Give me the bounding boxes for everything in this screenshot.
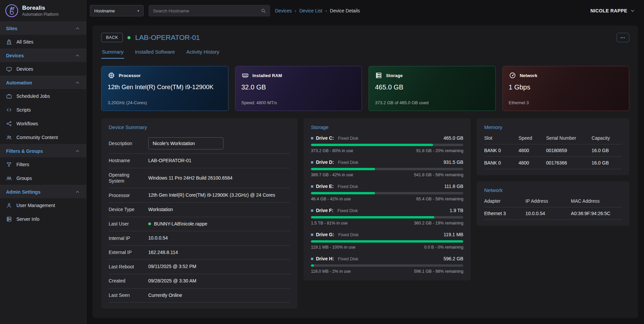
stat-card-network: Network 1 Gbps Ethernet 3: [502, 66, 630, 111]
sidebar-section-devices[interactable]: Devices: [0, 49, 86, 62]
device-details-panel: BACK LAB-OPERATOR-01 ••• Summary Install…: [93, 25, 638, 318]
stat-card-storage: Storage 465.0 GB 373.2 GB of 465.0 GB us…: [369, 66, 496, 111]
code-icon: [6, 107, 12, 113]
hostname-filter-value: Hostname: [94, 8, 115, 13]
row-value: 162.248.8.114: [148, 249, 290, 256]
cell-serial: 00176366: [546, 157, 591, 169]
dropdown-caret-icon: ▾: [137, 9, 139, 13]
stat-card-ram: Installed RAM 32.0 GB Speed: 4800 MT/s: [235, 66, 362, 111]
row-label: Internal IP: [109, 235, 148, 242]
tab-installed-software[interactable]: Installed Software: [134, 47, 175, 59]
stat-card-footer: 373.2 GB of 465.0 GB used: [375, 100, 489, 105]
cell-adapter: Ethernet 3: [484, 207, 525, 220]
stat-card-title: Processor: [119, 73, 141, 78]
stat-card-footer: Ethernet 3: [509, 100, 623, 105]
sidebar-item-label: Workflows: [16, 121, 38, 126]
workflow-icon: [6, 121, 12, 127]
breadcrumb-device-list[interactable]: Device List: [299, 8, 322, 13]
drive-size: 119.1 MB: [444, 232, 464, 237]
drive-bullet-icon: [311, 161, 313, 164]
drive-type: Fixed Disk: [338, 232, 359, 237]
tab-summary[interactable]: Summary: [101, 47, 124, 59]
drive-bullet-icon: [311, 258, 313, 260]
drive-row-g: Drive G: Fixed Disk 119.1 MB 119.1 MB - …: [311, 232, 464, 250]
drive-row-d: Drive D: Fixed Disk 931.5 GB 389.7 GB - …: [311, 159, 464, 177]
row-value: 12th Gen Intel(R) Core(TM) i9-12900K (3.…: [148, 192, 290, 199]
drive-size: 596.2 GB: [443, 256, 463, 261]
stat-card-footer: Speed: 4800 MT/s: [241, 100, 356, 105]
row-value: BUNNY-LAB\nicole.rappe: [154, 221, 207, 228]
cell-slot: BANK 0: [484, 157, 519, 169]
row-label: Created: [109, 278, 148, 284]
row-label: Last Reboot: [109, 264, 148, 270]
summary-row-last-user: Last User BUNNY-LAB\nicole.rappe: [109, 217, 290, 232]
tab-activity-history[interactable]: Activity History: [185, 47, 220, 59]
sidebar-item-community-content[interactable]: Community Content: [0, 130, 86, 144]
sidebar-item-label: Community Content: [16, 135, 58, 140]
drive-bullet-icon: [311, 234, 313, 236]
drive-row-h: Drive H: Fixed Disk 596.2 GB 116.0 MB - …: [311, 256, 464, 274]
topbar: Hostname ▾ Devices › Device List › Devic…: [87, 0, 644, 21]
section-label: Sites: [6, 26, 17, 31]
sidebar-item-label: Server Info: [16, 216, 39, 222]
drive-bullet-icon: [311, 137, 313, 139]
sidebar-item-user-management[interactable]: User Management: [0, 198, 86, 212]
drive-usage-bar: [311, 144, 464, 146]
sidebar-section-filters-groups[interactable]: Filters & Groups: [0, 144, 86, 157]
sidebar-section-automation[interactable]: Automation: [0, 76, 86, 89]
chevron-up-icon: [75, 53, 80, 58]
drive-remaining: 91.8 GB - 20% remaining: [416, 148, 463, 153]
sidebar-section-admin-settings[interactable]: Admin Settings: [0, 185, 86, 198]
sidebar-section-sites[interactable]: Sites: [0, 21, 86, 35]
user-menu[interactable]: NICOLE RAPPE: [590, 8, 635, 13]
sidebar-item-server-info[interactable]: Server Info: [0, 212, 86, 226]
description-input[interactable]: [148, 137, 223, 149]
sidebar-item-groups[interactable]: Groups: [0, 171, 86, 185]
chevron-down-icon: [630, 8, 635, 13]
drive-remaining: 0.0 B - 0% remaining: [424, 245, 464, 250]
breadcrumb: Devices › Device List › Device Details: [275, 8, 360, 13]
column-header: IP Address: [526, 195, 571, 207]
more-actions-button[interactable]: •••: [616, 33, 629, 42]
device-summary-panel: Device Summary Description Hostname LAB-…: [101, 118, 298, 309]
search-input[interactable]: [153, 8, 261, 13]
drive-used: 1.5 TB - 81% in use: [311, 221, 348, 225]
sidebar-item-all-sites[interactable]: All Sites: [0, 35, 86, 49]
breadcrumb-current: Device Details: [330, 8, 360, 13]
section-label: Devices: [6, 53, 24, 58]
stat-card-footer: 3.20GHz (24-Cores): [108, 100, 222, 105]
summary-row-hostname: Hostname LAB-OPERATOR-01: [109, 154, 290, 168]
row-label: Description: [109, 140, 148, 147]
drive-used: 116.0 MB - 2% in use: [311, 269, 351, 274]
sidebar-item-filters[interactable]: Filters: [0, 157, 86, 171]
search-icon[interactable]: [261, 8, 266, 14]
drive-name: Drive E:: [316, 184, 334, 189]
drive-remaining: 65.4 GB - 58% remaining: [416, 197, 463, 201]
breadcrumb-separator: ›: [325, 8, 327, 13]
brand-logo[interactable]: Borealis Automation Platform: [0, 0, 86, 21]
back-button[interactable]: BACK: [101, 33, 123, 42]
sidebar-item-scripts[interactable]: Scripts: [0, 103, 86, 117]
drive-size: 1.9 TB: [449, 208, 463, 213]
column-header: Capacity: [592, 132, 622, 144]
stat-card-title: Storage: [386, 73, 403, 78]
rabbit-logo-icon: [5, 4, 19, 18]
summary-row-device-type: Device Type Workstation: [109, 203, 290, 217]
column-header: Slot: [484, 132, 519, 144]
summary-row-internal-ip: Internal IP 10.0.0.54: [109, 231, 290, 246]
sidebar-item-workflows[interactable]: Workflows: [0, 117, 86, 130]
hostname-filter-select[interactable]: Hostname ▾: [90, 5, 144, 16]
right-column: Memory Slot Speed Serial Number Capacity: [477, 118, 629, 226]
row-label: Last Seen: [109, 292, 148, 299]
column-header: MAC Address: [571, 195, 622, 207]
stat-card-value: 32.0 GB: [241, 83, 356, 91]
drive-name: Drive C:: [316, 135, 334, 141]
section-label: Filters & Groups: [6, 148, 43, 154]
section-label: Admin Settings: [6, 189, 41, 195]
sidebar-item-devices[interactable]: Devices: [0, 62, 86, 76]
storage-panel: Storage Drive C: Fixed Disk 465.0 GB 373…: [304, 118, 471, 280]
sidebar-item-scheduled-jobs[interactable]: Scheduled Jobs: [0, 89, 86, 103]
breadcrumb-devices[interactable]: Devices: [275, 8, 292, 13]
row-label: Hostname: [109, 157, 148, 164]
summary-row-created: Created 09/28/2025 @ 3:30 AM: [109, 274, 290, 288]
